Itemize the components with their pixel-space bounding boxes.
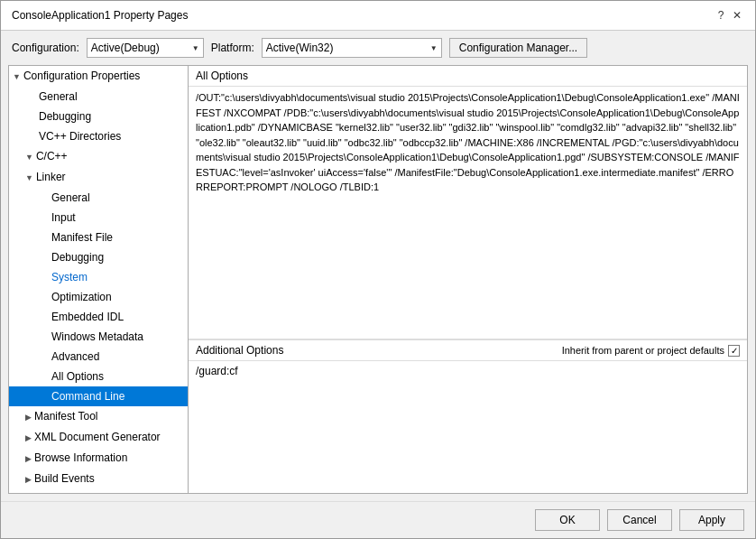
tree-label: Manifest Tool [34, 410, 97, 423]
tree-label: Debugging [39, 110, 91, 123]
additional-input[interactable]: /guard:cf [189, 361, 747, 457]
tree-label: Manifest File [51, 231, 113, 244]
tree-label: General [39, 90, 78, 103]
platform-combo-arrow: ▼ [430, 44, 438, 52]
content-area: ▼Configuration PropertiesGeneralDebuggin… [8, 65, 748, 494]
inherit-label: Inherit from parent or project defaults [562, 345, 724, 356]
expand-icon: ▶ [25, 413, 32, 422]
tree-label: Browse Information [34, 451, 127, 464]
options-header: All Options [189, 66, 747, 87]
tree-item-browse-info[interactable]: ▶Browse Information [9, 448, 188, 469]
inherit-checkbox[interactable]: ✓ [728, 345, 740, 357]
expand-icon: ▶ [25, 475, 32, 484]
tree-item-linker[interactable]: ▼Linker [9, 167, 188, 188]
tree-label: Configuration Properties [23, 70, 140, 82]
expand-icon: ▶ [25, 454, 32, 463]
tree-item-xml-doc-gen[interactable]: ▶XML Document Generator [9, 427, 188, 448]
tree-label: Optimization [51, 291, 112, 303]
tree-label: Command Line [51, 390, 124, 403]
tree-label: Input [51, 211, 76, 224]
close-button[interactable]: ✕ [730, 8, 744, 23]
tree-item-optimization[interactable]: Optimization [9, 287, 188, 307]
expand-icon: ▶ [25, 433, 32, 442]
tree-item-build-events[interactable]: ▶Build Events [9, 469, 188, 489]
dialog: ConsoleApplication1 Property Pages ? ✕ C… [0, 0, 756, 539]
tree-label: XML Document Generator [34, 431, 161, 443]
tree-label: VC++ Directories [39, 130, 121, 143]
tree-label: Build Events [34, 472, 95, 485]
options-content: /OUT:"c:\users\divyabh\documents\visual … [189, 87, 747, 339]
tree-item-general[interactable]: General [9, 87, 188, 107]
config-combo-arrow: ▼ [192, 44, 199, 52]
tree-label: C/C++ [36, 150, 68, 163]
tree-item-embedded-idl[interactable]: Embedded IDL [9, 307, 188, 327]
tree-label: Custom Build Step [34, 493, 124, 494]
title-bar: ConsoleApplication1 Property Pages ? ✕ [1, 1, 755, 31]
tree-label: Embedded IDL [51, 311, 124, 323]
tree-label: Windows Metadata [51, 330, 143, 343]
tree-label: General [51, 191, 90, 204]
cancel-button[interactable]: Cancel [607, 509, 672, 531]
tree-item-all-options[interactable]: All Options [9, 367, 188, 386]
tree-item-custom-build[interactable]: ▶Custom Build Step [9, 489, 188, 494]
expand-icon: ▼ [25, 173, 33, 182]
expand-icon: ▼ [25, 153, 33, 162]
platform-label: Platform: [211, 42, 254, 54]
config-row: Configuration: Active(Debug) ▼ Platform:… [1, 31, 755, 65]
tree-label: All Options [51, 370, 104, 383]
additional-options-label: Additional Options [196, 344, 283, 357]
tree-item-vc-dirs[interactable]: VC++ Directories [9, 126, 188, 146]
tree-item-linker-input[interactable]: Input [9, 208, 188, 228]
expand-icon: ▼ [13, 72, 21, 81]
tree-item-system[interactable]: System [9, 267, 188, 287]
configuration-combo[interactable]: Active(Debug) ▼ [87, 38, 204, 58]
platform-combo[interactable]: Active(Win32) ▼ [262, 38, 442, 58]
tree-item-config-props[interactable]: ▼Configuration Properties [9, 66, 188, 87]
right-panel: All Options /OUT:"c:\users\divyabh\docum… [189, 65, 748, 494]
platform-value: Active(Win32) [266, 42, 334, 54]
tree-label: Advanced [51, 350, 99, 363]
bottom-buttons: OK Cancel Apply [1, 501, 755, 538]
tree-item-manifest-tool[interactable]: ▶Manifest Tool [9, 406, 188, 427]
ok-button[interactable]: OK [535, 509, 600, 531]
tree-label: Linker [36, 171, 66, 183]
tree-label: System [51, 271, 88, 283]
tree-item-c-cpp[interactable]: ▼C/C++ [9, 146, 188, 167]
apply-button[interactable]: Apply [679, 509, 744, 531]
additional-header-row: Additional Options Inherit from parent o… [189, 340, 747, 361]
tree-item-linker-debugging[interactable]: Debugging [9, 247, 188, 267]
title-controls: ? ✕ [714, 8, 744, 23]
tree-item-manifest-file[interactable]: Manifest File [9, 228, 188, 247]
configuration-manager-button[interactable]: Configuration Manager... [449, 38, 587, 58]
options-text: /OUT:"c:\users\divyabh\documents\visual … [196, 92, 740, 192]
inherit-row: Inherit from parent or project defaults … [562, 345, 740, 357]
additional-section: Additional Options Inherit from parent o… [189, 339, 747, 457]
tree-item-windows-metadata[interactable]: Windows Metadata [9, 327, 188, 347]
help-button[interactable]: ? [714, 8, 728, 23]
tree-panel: ▼Configuration PropertiesGeneralDebuggin… [8, 65, 189, 494]
tree-item-command-line[interactable]: Command Line [9, 386, 188, 406]
config-label: Configuration: [12, 42, 79, 54]
tree-label: Debugging [51, 251, 104, 264]
tree-item-linker-general[interactable]: General [9, 188, 188, 208]
tree-item-debugging[interactable]: Debugging [9, 107, 188, 126]
dialog-title: ConsoleApplication1 Property Pages [12, 9, 188, 22]
tree-item-advanced[interactable]: Advanced [9, 347, 188, 367]
config-value: Active(Debug) [91, 42, 160, 54]
